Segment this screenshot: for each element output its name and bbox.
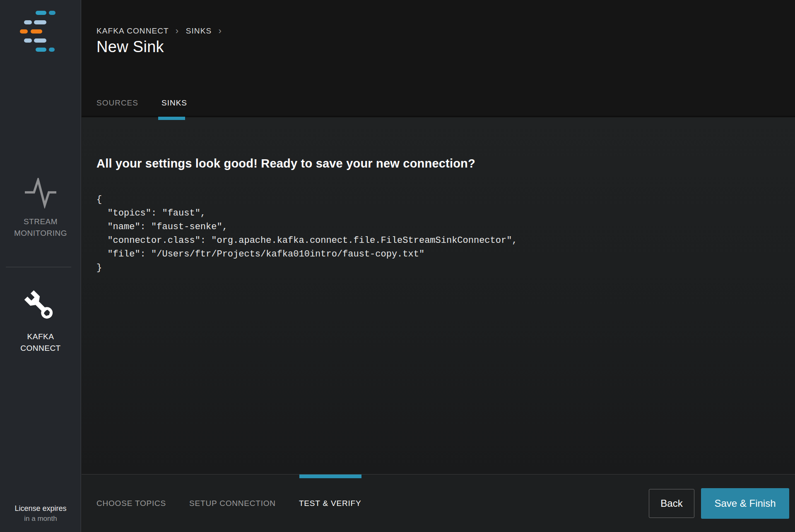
main-area: KAFKA CONNECT › SINKS › New Sink SOURCES… [82,0,795,532]
save-finish-button[interactable]: Save & Finish [701,488,789,519]
step-choose-topics[interactable]: CHOOSE TOPICS [96,499,166,508]
step-test-verify[interactable]: TEST & VERIFY [299,499,361,508]
sidebar-item-label: STREAM MONITORING [0,216,81,239]
sidebar-item-stream-monitoring[interactable]: STREAM MONITORING [0,178,81,239]
license-expires-when: in a month [0,514,81,524]
license-status: License expires in a month [0,503,81,524]
content-panel: All your settings look good! Ready to sa… [82,117,795,474]
step-setup-connection[interactable]: SETUP CONNECTION [189,499,276,508]
license-expires-text: License expires [0,503,81,514]
sidebar: STREAM MONITORING KAFKA CONNECT License … [0,0,81,532]
wizard-steps: CHOOSE TOPICS SETUP CONNECTION TEST & VE… [96,474,361,532]
breadcrumb-separator-icon: › [219,26,222,36]
confirmation-heading: All your settings look good! Ready to sa… [96,157,475,170]
wizard-footer: CHOOSE TOPICS SETUP CONNECTION TEST & VE… [82,474,795,532]
page-title: New Sink [96,38,164,56]
sidebar-item-kafka-connect[interactable]: KAFKA CONNECT [0,289,81,354]
active-tab-indicator [158,117,185,120]
page-header: KAFKA CONNECT › SINKS › New Sink SOURCES… [82,0,795,117]
tab-sinks[interactable]: SINKS [161,98,187,108]
app-window: STREAM MONITORING KAFKA CONNECT License … [0,0,795,532]
footer-buttons: Back Save & Finish [649,474,789,532]
tab-bar: SOURCES SINKS [96,98,187,108]
tab-sources[interactable]: SOURCES [96,98,138,108]
breadcrumb: KAFKA CONNECT › SINKS › [96,26,226,36]
back-button[interactable]: Back [649,489,694,518]
wrench-icon [23,289,58,324]
breadcrumb-kafka-connect[interactable]: KAFKA CONNECT [96,26,169,35]
sidebar-divider [6,267,71,267]
sidebar-item-label: KAFKA CONNECT [0,331,81,354]
breadcrumb-sinks[interactable]: SINKS [186,26,212,35]
breadcrumb-separator-icon: › [176,26,179,36]
connector-config-json: { "topics": "faust", "name": "faust-senk… [96,193,518,275]
confluent-logo-icon[interactable] [0,0,81,62]
pulse-icon [24,178,57,208]
